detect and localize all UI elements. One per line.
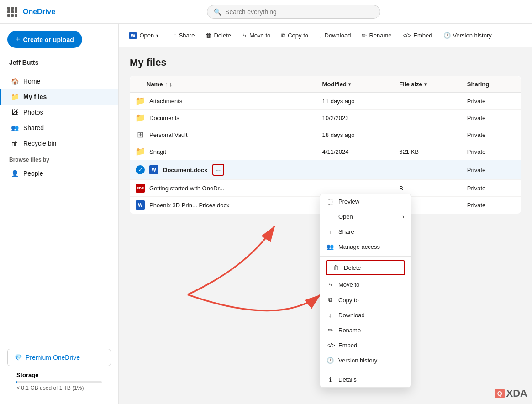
user-name: Jeff Butts: [0, 55, 118, 73]
premium-label: Premium OneDrive: [26, 354, 80, 361]
delete-button[interactable]: 🗑 Delete: [201, 29, 236, 42]
word-file-icon: W: [149, 165, 158, 174]
table-row[interactable]: 📁 Documents 10/2/2023 Private: [130, 110, 521, 126]
people-icon: 👤: [11, 169, 19, 178]
logo-text: OneDrive: [23, 8, 55, 16]
moveto-label: Move to: [249, 32, 270, 39]
open-button[interactable]: W Open ▾: [124, 29, 163, 42]
file-icon-attachments: 📁: [136, 96, 145, 105]
ctx-rename[interactable]: ✏ Rename: [320, 323, 411, 338]
ctx-details[interactable]: ℹ Details: [320, 372, 411, 387]
main-content: W Open ▾ ↑ Share 🗑 Delete ⤷ Move to ⧉ Co…: [119, 24, 532, 404]
cell-size: [394, 126, 462, 143]
search-icon: 🔍: [214, 8, 221, 16]
cell-name: W Phoenix 3D Prin... Prices.docx: [130, 197, 317, 214]
copyto-icon: ⧉: [281, 32, 285, 39]
ctx-version[interactable]: 🕐 Version history: [320, 353, 411, 368]
premium-button[interactable]: 💎 Premium OneDrive: [7, 349, 111, 366]
cell-modified: 18 days ago: [317, 126, 394, 143]
ctx-delete-wrapper: 🗑 Delete: [320, 258, 411, 277]
top-bar: OneDrive 🔍: [0, 0, 532, 24]
grid-icon: [7, 7, 17, 17]
ctx-delete[interactable]: 🗑 Delete: [326, 260, 405, 275]
create-upload-button[interactable]: + Create or upload: [7, 31, 82, 48]
version-icon: 🕐: [443, 32, 451, 39]
ctx-copyto[interactable]: ⧉ Copy to: [320, 292, 411, 308]
table-row[interactable]: ⊞ Personal Vault 18 days ago Private: [130, 126, 521, 143]
diamond-icon: 💎: [14, 354, 22, 361]
cell-sharing: Private: [462, 180, 521, 197]
ctx-download[interactable]: ↓ Download: [320, 308, 411, 323]
col-modified[interactable]: Modified ▾: [317, 76, 394, 93]
photos-icon: 🖼: [11, 108, 19, 116]
modified-label: Modified: [322, 81, 347, 88]
ctx-copyto-label: Copy to: [338, 297, 359, 304]
download-icon: ↓: [319, 32, 322, 39]
version-ctx-icon: 🕐: [327, 357, 334, 364]
cell-sharing: Private: [462, 126, 521, 143]
file-name-snagit: Snagit: [149, 148, 166, 155]
share-button[interactable]: ↑ Share: [169, 29, 199, 42]
cell-sharing: Private: [462, 143, 521, 160]
search-input[interactable]: [225, 8, 374, 16]
sidebar-item-recycle-label: Recycle bin: [23, 140, 56, 147]
share-label: Share: [179, 32, 195, 39]
sidebar-item-home[interactable]: 🏠 Home: [0, 73, 118, 89]
embed-ctx-icon: </>: [327, 342, 334, 349]
ctx-manage[interactable]: 👥 Manage access: [320, 239, 411, 254]
table-row[interactable]: 📁 Snagit 4/11/2024 621 KB Private: [130, 143, 521, 160]
open-label: Open: [139, 32, 154, 39]
search-bar: 🔍: [63, 5, 525, 19]
ctx-moveto[interactable]: ⤷ Move to: [320, 277, 411, 292]
ctx-manage-label: Manage access: [338, 243, 380, 250]
ctx-share-label: Share: [338, 228, 354, 235]
download-button[interactable]: ↓ Download: [315, 29, 355, 42]
cell-sharing: Private: [462, 197, 521, 214]
table-row[interactable]: 📁 Attachments 11 days ago Private: [130, 93, 521, 110]
col-filesize[interactable]: File size ▾: [394, 76, 462, 93]
copyto-button[interactable]: ⧉ Copy to: [277, 29, 313, 42]
ctx-open-label: Open: [338, 213, 353, 220]
sidebar: + Create or upload Jeff Butts 🏠 Home 📁 M…: [0, 24, 119, 404]
sidebar-item-people[interactable]: 👤 People: [0, 166, 118, 181]
cell-sharing: Private: [462, 93, 521, 110]
ctx-open[interactable]: Open ›: [320, 209, 411, 224]
recycle-icon: 🗑: [11, 139, 19, 147]
ctx-embed-label: Embed: [338, 342, 357, 349]
version-label: Version history: [453, 32, 492, 39]
file-area: My files Name ↑ ↓ Modif: [119, 47, 532, 404]
sidebar-item-photos-label: Photos: [23, 109, 43, 116]
embed-label: Embed: [413, 32, 432, 39]
details-ctx-icon: ℹ: [327, 376, 334, 383]
ctx-embed[interactable]: </> Embed: [320, 338, 411, 353]
share-icon: ↑: [174, 32, 177, 39]
delete-ctx-icon: 🗑: [332, 264, 339, 271]
download-ctx-icon: ↓: [327, 312, 334, 319]
cell-size: [394, 110, 462, 126]
cell-name: ✓ W Document.docx ···: [130, 160, 317, 180]
sidebar-item-recycle[interactable]: 🗑 Recycle bin: [0, 136, 118, 151]
sidebar-item-people-label: People: [23, 170, 43, 177]
shared-icon: 👥: [11, 124, 19, 132]
col-name[interactable]: Name ↑ ↓: [130, 76, 317, 93]
sidebar-item-myfiles[interactable]: 📁 My files: [0, 89, 118, 105]
ctx-share[interactable]: ↑ Share: [320, 224, 411, 239]
ctx-preview[interactable]: ⬚ Preview: [320, 194, 411, 209]
rename-button[interactable]: ✏ Rename: [357, 29, 396, 42]
cell-size: 621 KB: [394, 143, 462, 160]
filesize-sort-icon: ▾: [424, 82, 427, 87]
word-file-icon-2: W: [136, 200, 145, 210]
more-options-button[interactable]: ···: [212, 164, 224, 176]
manage-ctx-icon: 👥: [327, 243, 334, 250]
layout: + Create or upload Jeff Butts 🏠 Home 📁 M…: [0, 24, 532, 404]
file-name-phoenix: Phoenix 3D Prin... Prices.docx: [149, 202, 230, 209]
download-label: Download: [325, 32, 351, 39]
sidebar-item-shared[interactable]: 👥 Shared: [0, 120, 118, 136]
moveto-button[interactable]: ⤷ Move to: [237, 29, 275, 42]
cell-sharing: Private: [462, 160, 521, 180]
embed-button[interactable]: </> Embed: [398, 29, 437, 42]
file-name-vault: Personal Vault: [149, 131, 188, 138]
sidebar-item-photos[interactable]: 🖼 Photos: [0, 105, 118, 120]
version-button[interactable]: 🕐 Version history: [439, 29, 496, 42]
table-row-selected[interactable]: ✓ W Document.docx ··· Private: [130, 160, 521, 180]
